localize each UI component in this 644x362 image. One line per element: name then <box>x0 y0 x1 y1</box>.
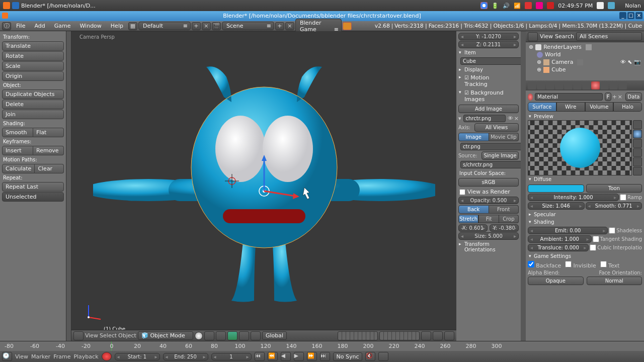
calculate-button[interactable]: Calculate <box>2 164 35 173</box>
visibility-icon[interactable]: 👁 ⬉ 📷 <box>620 59 641 65</box>
translate-gizmo-icon[interactable] <box>227 331 237 340</box>
timeline-editor-icon[interactable]: 🕐 <box>2 352 12 361</box>
pin-icon[interactable] <box>586 44 592 50</box>
ambient-slider[interactable]: Ambient: 1.000 <box>528 235 592 243</box>
preview-cube-icon[interactable] <box>633 139 642 148</box>
tab-material[interactable] <box>591 81 600 89</box>
opacity-slider[interactable]: Opacity: 0.500 <box>458 197 519 204</box>
menu-game[interactable]: Game <box>50 22 75 30</box>
face-orient-dropdown[interactable]: Normal <box>587 277 642 285</box>
outliner-editor-icon[interactable] <box>528 32 538 41</box>
stop-icon[interactable] <box>547 2 554 9</box>
tab-world[interactable] <box>546 81 554 89</box>
outliner-search[interactable]: Search <box>555 33 574 40</box>
autokey-icon[interactable] <box>378 352 388 361</box>
preview-monkey-icon[interactable] <box>633 148 642 157</box>
shadeless-check[interactable] <box>609 227 615 234</box>
stretch-button[interactable]: Stretch <box>458 215 478 223</box>
clear-button[interactable]: Clear <box>35 164 64 173</box>
shading-sphere-icon[interactable] <box>195 332 203 340</box>
mode-dropdown[interactable]: 🧊 Object Mode <box>138 331 193 340</box>
insert-key-button[interactable]: Insert <box>2 146 33 155</box>
vh-select[interactable]: Select <box>100 332 117 339</box>
crop-button[interactable]: Crop <box>499 215 519 223</box>
game-settings-section[interactable]: Game Settings <box>528 252 642 260</box>
end-frame[interactable]: End: 250 <box>163 353 208 360</box>
view-as-render-check[interactable] <box>459 189 465 195</box>
jump-end-icon[interactable]: ⏭ <box>320 352 330 361</box>
eye-icon[interactable]: 👁 <box>508 115 513 122</box>
character-mesh[interactable] <box>93 49 435 311</box>
preview-flat-icon[interactable] <box>633 120 642 129</box>
proportional-icon[interactable] <box>421 331 431 340</box>
vh-view[interactable]: View <box>85 332 98 339</box>
3d-viewport[interactable]: Camera Persp <box>71 31 456 341</box>
npanel-scrollbar[interactable] <box>521 31 526 341</box>
scale-gizmo-icon[interactable] <box>251 331 261 340</box>
outliner-view[interactable]: View <box>540 33 553 40</box>
play-reverse-icon[interactable]: ◀ <box>281 352 291 361</box>
img-name-input[interactable] <box>460 143 521 150</box>
x-offset[interactable]: X: 0.601 <box>458 224 488 232</box>
remove-material-icon[interactable]: × <box>618 94 622 100</box>
mail-icon[interactable] <box>536 2 543 9</box>
speaker-icon[interactable]: 🔇 <box>365 352 375 361</box>
axis-dropdown[interactable]: All Views <box>474 123 519 132</box>
play-icon[interactable]: ▶ <box>294 352 304 361</box>
display-section[interactable]: Display <box>457 66 520 73</box>
duplicate-button[interactable]: Duplicate Objects <box>2 89 64 99</box>
tab-render[interactable] <box>528 81 536 89</box>
intensity-slider[interactable]: Intensity: 1.000 <box>528 194 619 201</box>
add-image-button[interactable]: Add Image <box>458 105 519 113</box>
translucency-slider[interactable]: Transluce: 0.000 <box>528 244 589 251</box>
transform-orient-section[interactable]: Transform Orientations <box>457 240 520 253</box>
back-button[interactable]: Back <box>458 205 489 214</box>
tab-physics[interactable] <box>618 81 627 89</box>
pivot-icon[interactable] <box>204 331 214 340</box>
path-input[interactable] <box>460 161 521 168</box>
manipulator-icon[interactable] <box>216 331 226 340</box>
colorspace-dropdown[interactable]: sRGB <box>458 178 519 187</box>
menu-add[interactable]: Add <box>30 22 49 30</box>
chrome-icon[interactable] <box>480 2 488 9</box>
size-slider[interactable]: Size: 5.000 <box>458 232 519 240</box>
add-material-icon[interactable]: + <box>612 94 617 100</box>
taskbar-app-title[interactable]: Blender* [/home/nolan/D... <box>21 3 96 9</box>
diffuse-color[interactable] <box>528 185 584 193</box>
emit-slider[interactable]: Emit: 0.00 <box>528 227 608 234</box>
screen-layout-dropdown[interactable]: Default <box>138 22 191 30</box>
editor-type-icon[interactable]: ⓘ <box>2 22 11 30</box>
delete-layout-button[interactable]: × <box>202 22 211 30</box>
alpha-blend-dropdown[interactable]: Opaque <box>528 277 584 285</box>
alert-icon[interactable] <box>525 2 532 9</box>
fake-user-button[interactable]: F <box>605 93 611 101</box>
rotate-gizmo-icon[interactable] <box>239 331 249 340</box>
translate-button[interactable]: Translate <box>2 41 64 51</box>
layers-grid-2[interactable] <box>379 331 420 340</box>
surface-tab[interactable]: Surface <box>528 102 556 112</box>
flat-button[interactable]: Flat <box>33 128 64 137</box>
orientation-dropdown[interactable]: Global <box>262 331 287 340</box>
tl-marker[interactable]: Marker <box>31 353 50 360</box>
layout-icon[interactable]: ▦ <box>128 22 137 30</box>
scale-button[interactable]: Scale <box>2 61 64 71</box>
preview-hair-icon[interactable] <box>633 157 642 166</box>
motion-tracking-section[interactable]: ☑ Motion Tracking <box>457 73 520 88</box>
transform-z[interactable]: Z: 0.2131 <box>458 41 519 48</box>
origin-button[interactable]: Origin <box>2 71 64 81</box>
repeat-last-button[interactable]: Repeat Last <box>2 182 64 192</box>
menu-window[interactable]: Window <box>75 22 105 30</box>
size-slider-diffuse[interactable]: Size: 1.046 <box>528 202 585 210</box>
expand-icon[interactable]: ▾ <box>458 115 461 122</box>
item-section[interactable]: Item <box>457 49 520 56</box>
preview-sphere-icon[interactable] <box>633 130 642 139</box>
wifi-icon[interactable]: 📶 <box>514 3 521 9</box>
invisible-check[interactable] <box>565 261 572 267</box>
scene-dropdown[interactable]: Scene <box>222 22 274 30</box>
tree-toggle-icon[interactable]: ⊕ <box>537 59 541 65</box>
tray-icon-2[interactable] <box>608 2 615 9</box>
close-button[interactable]: × <box>635 12 642 19</box>
outliner-tree[interactable]: ⊕RenderLayers World ⊕Camera👁 ⬉ 📷 ⊕Cube <box>526 42 644 80</box>
cam-data-icon[interactable] <box>577 59 583 65</box>
smooth-slider-diffuse[interactable]: Smooth: 0.771 <box>586 202 642 210</box>
